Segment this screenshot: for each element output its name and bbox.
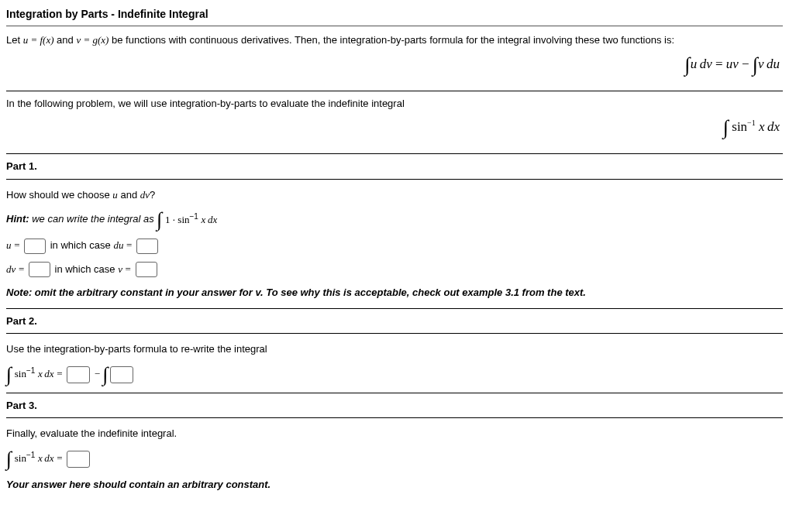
formula-ibp: ∫u dv = uv − ∫v du (6, 48, 783, 86)
note3-text: Your answer here should contain an arbit… (6, 479, 270, 490)
hint-text: we can write the integral as (29, 214, 157, 225)
page-title: Integration by Parts - Indefinite Integr… (6, 6, 783, 22)
target-integral: ∫ sin−1 x dx (6, 111, 783, 149)
u-line: u = in which case du = (6, 238, 783, 254)
input-uv[interactable] (67, 366, 90, 383)
u-mid: in which case (50, 239, 114, 251)
part1-hint: Hint: we can write the integral as ∫ 1 ·… (6, 210, 783, 230)
lead-text-2: In the following problem, we will use in… (6, 96, 783, 112)
intro-part3: be functions with continuous derivatives… (109, 34, 674, 46)
part1-heading: Part 1. (6, 159, 783, 174)
input-final[interactable] (67, 451, 90, 468)
intro-part1: Let (6, 34, 23, 46)
part2-text: Use the integration-by-parts formula to … (6, 342, 783, 357)
q-t3: ? (150, 189, 155, 201)
intro-part2: and (54, 34, 77, 46)
input-v[interactable] (136, 262, 157, 277)
part3-equation: ∫ sin−1 x dx = (6, 449, 783, 469)
input-dv[interactable] (29, 262, 50, 277)
input-du[interactable] (136, 239, 158, 254)
hint-label: Hint: (6, 214, 29, 225)
intro-text: Let u = f(x) and v = g(x) be functions w… (6, 33, 783, 48)
dv-line: dv = in which case v = (6, 262, 783, 278)
part3-note: Your answer here should contain an arbit… (6, 477, 783, 493)
q-t1: How should we choose (6, 189, 112, 201)
part3-heading: Part 3. (6, 398, 783, 414)
part3-text: Finally, evaluate the indefinite integra… (6, 426, 783, 441)
note-text: Note: omit the arbitrary constant in you… (6, 287, 586, 298)
part1-question: How should we choose u and dv? (6, 187, 783, 203)
input-u[interactable] (24, 239, 46, 254)
part2-heading: Part 2. (6, 314, 783, 329)
minus: − (95, 368, 103, 379)
input-vdu[interactable] (110, 366, 133, 383)
dv-mid: in which case (55, 263, 119, 275)
q-t2: and (118, 189, 140, 201)
part1-note: Note: omit the arbitrary constant in you… (6, 285, 783, 300)
part2-equation: ∫ sin−1 x dx = − ∫ (6, 365, 783, 385)
